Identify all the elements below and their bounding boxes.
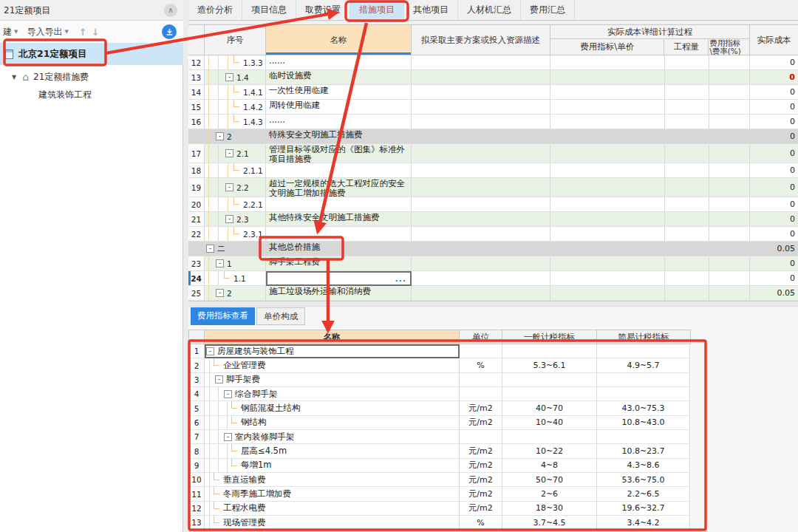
unit-price-cell[interactable] — [550, 70, 665, 85]
collapse-toggle-icon[interactable]: - — [215, 375, 223, 383]
quantity-cell[interactable] — [665, 115, 709, 129]
quantity-cell[interactable] — [665, 286, 709, 301]
seq-cell[interactable]: -2.1 — [205, 144, 266, 163]
desc-cell[interactable] — [412, 242, 550, 256]
seq-cell[interactable]: -二 — [205, 242, 266, 256]
name-cell[interactable]: 垂直运输费 — [205, 473, 460, 487]
quantity-cell[interactable] — [665, 163, 709, 178]
unit-price-cell[interactable] — [550, 129, 665, 144]
name-cell[interactable]: ...... — [266, 115, 412, 129]
tab-labor-material-summary[interactable]: 人材机汇总 — [458, 0, 521, 20]
general-tax-cell[interactable]: 10~40 — [502, 416, 597, 430]
unit-price-cell[interactable] — [550, 55, 665, 70]
actual-cost-cell[interactable]: 0 — [750, 55, 798, 70]
actual-cost-cell[interactable]: 0 — [750, 115, 798, 129]
table-row[interactable]: 21-2.3其他特殊安全文明施工措施费0 — [188, 212, 798, 227]
name-cell[interactable]: 企业管理费 — [205, 358, 460, 372]
simple-tax-cell[interactable]: 53.6~75.0 — [597, 473, 690, 487]
seq-cell[interactable]: -2.3 — [205, 212, 266, 227]
unit-cell[interactable] — [460, 373, 502, 387]
collapse-toggle-icon[interactable]: - — [216, 132, 224, 140]
unit-price-cell[interactable] — [550, 242, 665, 256]
simple-tax-cell[interactable]: 43.0~75.3 — [597, 401, 690, 415]
collapse-toggle-icon[interactable]: - — [225, 215, 233, 223]
unit-price-cell[interactable] — [550, 286, 665, 301]
table-row[interactable]: 23-1脚手架工程费0 — [188, 256, 798, 271]
quantity-cell[interactable] — [665, 197, 709, 212]
table-row[interactable]: 10垂直运输费元/m250~7053.6~75.0 — [189, 473, 691, 487]
collapse-panel-button[interactable]: ∧ — [164, 4, 177, 17]
table-row[interactable]: 182.1.10 — [188, 163, 798, 178]
move-up-icon[interactable]: ↑ — [79, 27, 87, 38]
sidebar-item-project-selected[interactable]: 北京21定额项目 — [0, 43, 183, 65]
table-row[interactable]: 7-室内装修脚手架 — [189, 430, 691, 444]
table-row[interactable]: 19-2.2超过一定规模的危大工程对应的安全文明施工增加措施费0 — [188, 178, 798, 197]
simple-tax-cell[interactable]: 10.8~43.0 — [597, 416, 690, 430]
desc-cell[interactable] — [412, 256, 550, 271]
desc-cell[interactable] — [412, 197, 550, 212]
unit-price-cell[interactable] — [550, 163, 665, 178]
unit-cell[interactable]: 元/m2 — [460, 487, 502, 501]
rate-cell[interactable] — [709, 70, 750, 85]
general-tax-cell[interactable]: 50~70 — [502, 473, 597, 487]
collapse-toggle-icon[interactable]: - — [216, 289, 224, 297]
table-row[interactable]: 11冬雨季施工增加费元/m22~62.2~6.5 — [189, 487, 691, 501]
seq-cell[interactable]: 1.1 — [205, 271, 266, 286]
quantity-cell[interactable] — [665, 271, 709, 286]
general-tax-cell[interactable]: 2~6 — [502, 487, 597, 501]
name-cell[interactable] — [266, 163, 412, 178]
table-row[interactable]: 161.4.3......0 — [188, 115, 798, 129]
rate-cell[interactable] — [709, 55, 750, 70]
seq-cell[interactable]: 1.3.3 — [205, 55, 266, 70]
table-row[interactable]: 1-房屋建筑与装饰工程 — [189, 344, 691, 358]
tab-other-items[interactable]: 其他项目 — [404, 0, 458, 20]
unit-cell[interactable]: % — [460, 516, 502, 530]
rate-cell[interactable] — [709, 256, 750, 271]
table-row[interactable]: 141.4.1一次性使用临建0 — [188, 85, 798, 100]
actual-cost-cell[interactable]: 0 — [750, 129, 798, 144]
name-cell[interactable]: 施工垃圾场外运输和消纳费 — [266, 286, 412, 301]
name-cell[interactable]: 管理目标等级对应的《图集》标准外项目措施费 — [266, 144, 412, 163]
unit-cell[interactable]: 元/m2 — [460, 416, 502, 430]
seq-cell[interactable]: -2.2 — [205, 178, 266, 197]
tab-unit-price-composition[interactable]: 单价构成 — [256, 307, 305, 325]
unit-cell[interactable] — [460, 344, 502, 358]
simple-tax-cell[interactable]: 3.4~4.2 — [597, 516, 690, 530]
quantity-cell[interactable] — [665, 242, 709, 256]
desc-cell[interactable] — [412, 227, 550, 242]
name-cell[interactable]: 临时设施费 — [266, 70, 412, 85]
seq-cell[interactable]: 1.4.2 — [205, 100, 266, 115]
seq-cell[interactable]: -1.4 — [205, 70, 266, 85]
unit-cell[interactable] — [460, 387, 502, 401]
quantity-cell[interactable] — [665, 178, 709, 197]
quantity-cell[interactable] — [665, 70, 709, 85]
tab-measure-items[interactable]: 措施项目 — [350, 0, 404, 20]
unit-price-cell[interactable] — [550, 256, 665, 271]
table-row[interactable]: 25-2施工垃圾场外运输和消纳费0.05 — [188, 286, 798, 301]
table-row[interactable]: 6钢结构元/m210~4010.8~43.0 — [189, 416, 691, 430]
rate-cell[interactable] — [709, 115, 750, 129]
table-row[interactable]: 13-1.4临时设施费0 — [188, 70, 798, 85]
rate-cell[interactable] — [709, 271, 750, 286]
unit-price-cell[interactable] — [550, 100, 665, 115]
rate-cell[interactable] — [709, 212, 750, 227]
collapse-toggle-icon[interactable]: - — [206, 347, 214, 355]
table-row[interactable]: 241.1...0 — [188, 271, 798, 286]
quantity-cell[interactable] — [665, 55, 709, 70]
triangle-down-icon[interactable]: ▼ — [12, 74, 16, 81]
actual-cost-cell[interactable]: 0 — [750, 178, 798, 197]
collapse-toggle-icon[interactable]: - — [225, 183, 233, 191]
actual-cost-cell[interactable]: 0.05 — [750, 242, 798, 256]
quantity-cell[interactable] — [665, 256, 709, 271]
rate-cell[interactable] — [709, 242, 750, 256]
desc-cell[interactable] — [412, 178, 550, 197]
unit-price-cell[interactable] — [550, 178, 665, 197]
name-cell[interactable]: -室内装修脚手架 — [205, 430, 460, 444]
quantity-cell[interactable] — [665, 100, 709, 115]
desc-cell[interactable] — [412, 271, 550, 286]
simple-tax-cell[interactable]: 4.3~8.6 — [597, 459, 690, 473]
simple-tax-cell[interactable] — [597, 344, 690, 358]
name-cell[interactable]: 每增1m — [205, 459, 460, 473]
table-row[interactable]: 222.3.10 — [188, 227, 798, 242]
rate-cell[interactable] — [709, 178, 750, 197]
